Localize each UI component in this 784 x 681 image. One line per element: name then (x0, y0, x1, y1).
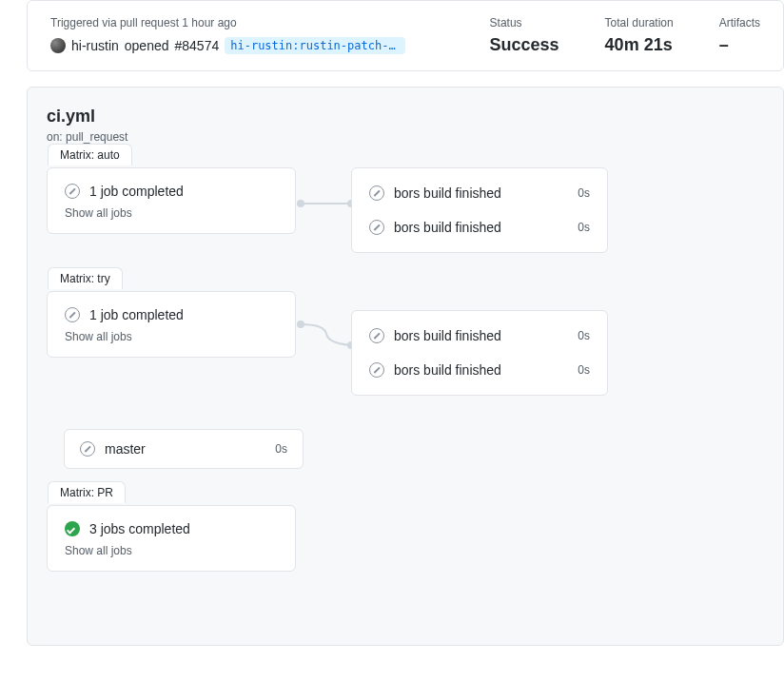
workflow-title[interactable]: ci.yml (47, 107, 764, 126)
matrix-auto-text: 1 job completed (89, 184, 184, 199)
skip-icon (80, 441, 95, 457)
on-label: on: (47, 130, 63, 144)
show-all-auto[interactable]: Show all jobs (65, 206, 278, 220)
job-name: bors build finished (394, 220, 568, 235)
duration-label: Total duration (605, 16, 674, 29)
svg-point-1 (297, 200, 304, 207)
matrix-auto-card[interactable]: Matrix: auto 1 job completed Show all jo… (47, 167, 296, 234)
job-name: bors build finished (394, 328, 568, 343)
job-row[interactable]: bors build finished 0s (352, 176, 607, 210)
job-row[interactable]: bors build finished 0s (352, 210, 607, 244)
status-label: Status (490, 16, 559, 29)
trigger-row: hi-rustin opened #84574 hi-rustin:rustin… (50, 37, 490, 54)
master-job-name: master (105, 441, 265, 457)
success-icon (65, 521, 80, 536)
user-link[interactable]: hi-rustin (71, 38, 119, 53)
status-value: Success (490, 35, 559, 55)
duration-stat: Total duration 40m 21s (605, 16, 674, 55)
on-value: pull_request (66, 130, 127, 144)
master-job-card[interactable]: master 0s (64, 429, 304, 469)
job-time: 0s (578, 329, 590, 342)
job-time: 0s (578, 221, 590, 234)
job-time: 0s (578, 186, 590, 200)
trigger-text: Triggered via pull request 1 hour ago (50, 16, 490, 29)
job-name: bors build finished (394, 362, 568, 378)
jobs-card-a: bors build finished 0s bors build finish… (351, 167, 608, 253)
skip-icon (65, 184, 80, 199)
workflow-graph[interactable]: ci.yml on: pull_request Matrix: auto 1 j… (27, 87, 784, 646)
matrix-pr-text: 3 jobs completed (89, 521, 190, 536)
branch-chip[interactable]: hi-rustin:rustin-patch-ty… (225, 37, 405, 54)
job-name: bors build finished (394, 185, 568, 201)
matrix-try-text: 1 job completed (89, 307, 184, 322)
job-row[interactable]: bors build finished 0s (352, 353, 607, 387)
matrix-pr-tab: Matrix: PR (48, 481, 126, 503)
skip-icon (369, 328, 384, 343)
matrix-try-card[interactable]: Matrix: try 1 job completed Show all job… (47, 291, 296, 358)
jobs-card-b: bors build finished 0s bors build finish… (351, 310, 608, 396)
trigger-info: Triggered via pull request 1 hour ago hi… (50, 16, 490, 54)
master-job-time: 0s (275, 442, 287, 456)
matrix-auto-tab: Matrix: auto (48, 144, 132, 165)
job-time: 0s (578, 363, 590, 377)
status-stat: Status Success (490, 16, 559, 55)
svg-point-3 (297, 321, 304, 328)
pr-link[interactable]: #84574 (175, 38, 220, 53)
skip-icon (65, 307, 80, 322)
skip-icon (369, 185, 384, 201)
skip-icon (369, 362, 384, 378)
summary-stats: Status Success Total duration 40m 21s Ar… (490, 16, 760, 55)
show-all-try[interactable]: Show all jobs (65, 330, 278, 343)
action-text: opened (125, 38, 169, 53)
job-row[interactable]: bors build finished 0s (352, 319, 607, 353)
workflow-on: on: pull_request (47, 130, 764, 144)
matrix-try-tab: Matrix: try (48, 267, 123, 289)
show-all-pr[interactable]: Show all jobs (65, 544, 278, 557)
avatar[interactable] (50, 38, 66, 53)
artifacts-stat: Artifacts – (719, 16, 760, 55)
matrix-pr-card[interactable]: Matrix: PR 3 jobs completed Show all job… (47, 505, 296, 572)
artifacts-label: Artifacts (719, 16, 760, 29)
skip-icon (369, 220, 384, 235)
run-summary: Triggered via pull request 1 hour ago hi… (27, 0, 784, 71)
duration-value[interactable]: 40m 21s (605, 35, 674, 55)
artifacts-value: – (719, 35, 760, 55)
